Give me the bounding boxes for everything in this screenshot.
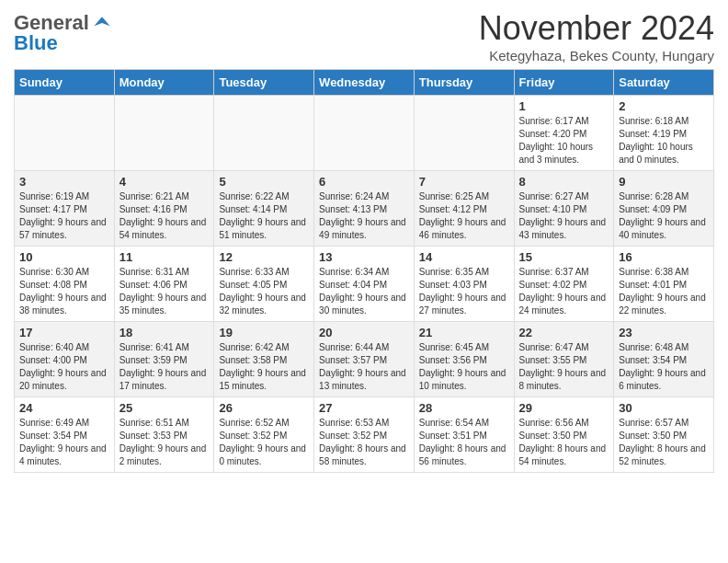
day-info: Sunrise: 6:53 AM Sunset: 3:52 PM Dayligh… xyxy=(319,417,409,468)
calendar-cell: 6Sunrise: 6:24 AM Sunset: 4:13 PM Daylig… xyxy=(314,171,415,247)
logo-general: General xyxy=(14,13,89,33)
calendar-cell: 30Sunrise: 6:57 AM Sunset: 3:50 PM Dayli… xyxy=(614,397,714,473)
day-number: 20 xyxy=(319,326,409,339)
day-info: Sunrise: 6:38 AM Sunset: 4:01 PM Dayligh… xyxy=(619,266,709,317)
calendar-cell xyxy=(15,96,115,171)
day-number: 11 xyxy=(119,250,210,264)
weekday-header: Wednesday xyxy=(314,70,415,96)
calendar-week-row: 10Sunrise: 6:30 AM Sunset: 4:08 PM Dayli… xyxy=(15,247,714,322)
day-number: 16 xyxy=(619,250,709,264)
calendar-week-row: 1Sunrise: 6:17 AM Sunset: 4:20 PM Daylig… xyxy=(15,96,714,171)
day-info: Sunrise: 6:40 AM Sunset: 4:00 PM Dayligh… xyxy=(19,341,109,393)
day-info: Sunrise: 6:34 AM Sunset: 4:04 PM Dayligh… xyxy=(319,266,409,317)
day-number: 3 xyxy=(19,175,109,189)
weekday-header-row: SundayMondayTuesdayWednesdayThursdayFrid… xyxy=(15,70,714,96)
day-info: Sunrise: 6:42 AM Sunset: 3:58 PM Dayligh… xyxy=(219,341,309,393)
calendar-table: SundayMondayTuesdayWednesdayThursdayFrid… xyxy=(14,69,714,473)
day-info: Sunrise: 6:31 AM Sunset: 4:06 PM Dayligh… xyxy=(119,266,210,317)
day-number: 19 xyxy=(219,326,309,339)
day-info: Sunrise: 6:49 AM Sunset: 3:54 PM Dayligh… xyxy=(19,417,109,468)
calendar-week-row: 24Sunrise: 6:49 AM Sunset: 3:54 PM Dayli… xyxy=(15,397,714,473)
day-info: Sunrise: 6:52 AM Sunset: 3:52 PM Dayligh… xyxy=(219,417,309,468)
calendar-cell: 10Sunrise: 6:30 AM Sunset: 4:08 PM Dayli… xyxy=(15,247,115,322)
calendar-cell: 19Sunrise: 6:42 AM Sunset: 3:58 PM Dayli… xyxy=(214,322,314,397)
calendar-cell: 28Sunrise: 6:54 AM Sunset: 3:51 PM Dayli… xyxy=(414,397,514,473)
day-number: 21 xyxy=(419,326,509,339)
calendar-cell: 17Sunrise: 6:40 AM Sunset: 4:00 PM Dayli… xyxy=(15,322,115,397)
weekday-header: Sunday xyxy=(15,70,115,96)
header: General Blue November 2024 Ketegyhaza, B… xyxy=(14,9,714,63)
day-number: 25 xyxy=(119,401,210,415)
calendar-cell xyxy=(114,96,214,171)
logo-blue: Blue xyxy=(14,33,58,53)
calendar-cell: 24Sunrise: 6:49 AM Sunset: 3:54 PM Dayli… xyxy=(15,397,115,473)
day-info: Sunrise: 6:45 AM Sunset: 3:56 PM Dayligh… xyxy=(419,341,509,393)
day-number: 22 xyxy=(519,326,609,339)
day-number: 10 xyxy=(19,250,109,264)
calendar-cell xyxy=(314,96,415,171)
calendar-cell: 22Sunrise: 6:47 AM Sunset: 3:55 PM Dayli… xyxy=(514,322,614,397)
day-info: Sunrise: 6:48 AM Sunset: 3:54 PM Dayligh… xyxy=(619,341,709,393)
day-number: 24 xyxy=(19,401,109,415)
calendar-cell: 11Sunrise: 6:31 AM Sunset: 4:06 PM Dayli… xyxy=(114,247,214,322)
calendar-cell xyxy=(414,96,514,171)
calendar-cell xyxy=(214,96,314,171)
weekday-header: Friday xyxy=(514,70,614,96)
day-number: 27 xyxy=(319,401,409,415)
day-number: 9 xyxy=(619,175,709,189)
logo-bird-icon xyxy=(93,14,111,32)
day-info: Sunrise: 6:27 AM Sunset: 4:10 PM Dayligh… xyxy=(519,190,609,242)
calendar-cell: 3Sunrise: 6:19 AM Sunset: 4:17 PM Daylig… xyxy=(15,171,115,247)
calendar-cell: 7Sunrise: 6:25 AM Sunset: 4:12 PM Daylig… xyxy=(414,171,514,247)
calendar-cell: 20Sunrise: 6:44 AM Sunset: 3:57 PM Dayli… xyxy=(314,322,415,397)
calendar-cell: 9Sunrise: 6:28 AM Sunset: 4:09 PM Daylig… xyxy=(614,171,714,247)
day-number: 5 xyxy=(219,175,309,189)
calendar-cell: 4Sunrise: 6:21 AM Sunset: 4:16 PM Daylig… xyxy=(114,171,214,247)
day-info: Sunrise: 6:30 AM Sunset: 4:08 PM Dayligh… xyxy=(19,266,109,317)
day-number: 4 xyxy=(119,175,210,189)
calendar-week-row: 17Sunrise: 6:40 AM Sunset: 4:00 PM Dayli… xyxy=(15,322,714,397)
calendar-week-row: 3Sunrise: 6:19 AM Sunset: 4:17 PM Daylig… xyxy=(15,171,714,247)
weekday-header: Tuesday xyxy=(214,70,314,96)
day-number: 7 xyxy=(419,175,509,189)
calendar-cell: 27Sunrise: 6:53 AM Sunset: 3:52 PM Dayli… xyxy=(314,397,415,473)
day-info: Sunrise: 6:51 AM Sunset: 3:53 PM Dayligh… xyxy=(119,417,210,468)
calendar-cell: 23Sunrise: 6:48 AM Sunset: 3:54 PM Dayli… xyxy=(614,322,714,397)
calendar-cell: 18Sunrise: 6:41 AM Sunset: 3:59 PM Dayli… xyxy=(114,322,214,397)
day-info: Sunrise: 6:33 AM Sunset: 4:05 PM Dayligh… xyxy=(219,266,309,317)
calendar-cell: 2Sunrise: 6:18 AM Sunset: 4:19 PM Daylig… xyxy=(614,96,714,171)
day-info: Sunrise: 6:44 AM Sunset: 3:57 PM Dayligh… xyxy=(319,341,409,393)
day-number: 2 xyxy=(619,99,709,113)
day-info: Sunrise: 6:21 AM Sunset: 4:16 PM Dayligh… xyxy=(119,190,210,242)
calendar-cell: 5Sunrise: 6:22 AM Sunset: 4:14 PM Daylig… xyxy=(214,171,314,247)
calendar-cell: 21Sunrise: 6:45 AM Sunset: 3:56 PM Dayli… xyxy=(414,322,514,397)
day-number: 6 xyxy=(319,175,409,189)
day-number: 12 xyxy=(219,250,309,264)
day-number: 8 xyxy=(519,175,609,189)
calendar-cell: 14Sunrise: 6:35 AM Sunset: 4:03 PM Dayli… xyxy=(414,247,514,322)
weekday-header: Thursday xyxy=(414,70,514,96)
day-info: Sunrise: 6:57 AM Sunset: 3:50 PM Dayligh… xyxy=(619,417,709,468)
day-number: 26 xyxy=(219,401,309,415)
month-title: November 2024 xyxy=(479,9,714,48)
calendar-cell: 12Sunrise: 6:33 AM Sunset: 4:05 PM Dayli… xyxy=(214,247,314,322)
day-number: 14 xyxy=(419,250,509,264)
day-info: Sunrise: 6:41 AM Sunset: 3:59 PM Dayligh… xyxy=(119,341,210,393)
weekday-header: Saturday xyxy=(614,70,714,96)
calendar-cell: 1Sunrise: 6:17 AM Sunset: 4:20 PM Daylig… xyxy=(514,96,614,171)
svg-marker-0 xyxy=(94,17,109,26)
day-number: 23 xyxy=(619,326,709,339)
logo: General Blue xyxy=(14,13,111,53)
location-title: Ketegyhaza, Bekes County, Hungary xyxy=(479,48,714,63)
day-info: Sunrise: 6:35 AM Sunset: 4:03 PM Dayligh… xyxy=(419,266,509,317)
calendar-cell: 26Sunrise: 6:52 AM Sunset: 3:52 PM Dayli… xyxy=(214,397,314,473)
day-info: Sunrise: 6:37 AM Sunset: 4:02 PM Dayligh… xyxy=(519,266,609,317)
weekday-header: Monday xyxy=(114,70,214,96)
calendar-cell: 8Sunrise: 6:27 AM Sunset: 4:10 PM Daylig… xyxy=(514,171,614,247)
day-info: Sunrise: 6:19 AM Sunset: 4:17 PM Dayligh… xyxy=(19,190,109,242)
day-info: Sunrise: 6:18 AM Sunset: 4:19 PM Dayligh… xyxy=(619,115,709,167)
day-info: Sunrise: 6:17 AM Sunset: 4:20 PM Dayligh… xyxy=(519,115,609,167)
day-number: 29 xyxy=(519,401,609,415)
calendar-cell: 15Sunrise: 6:37 AM Sunset: 4:02 PM Dayli… xyxy=(514,247,614,322)
day-info: Sunrise: 6:56 AM Sunset: 3:50 PM Dayligh… xyxy=(519,417,609,468)
